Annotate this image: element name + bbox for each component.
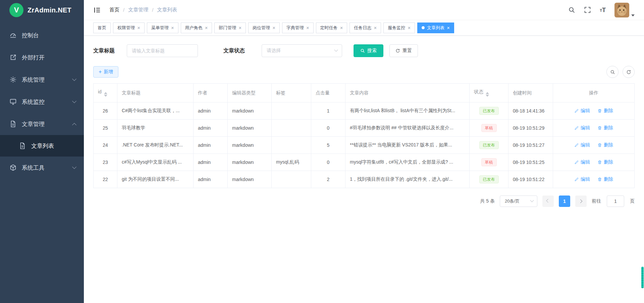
tab-post[interactable]: 岗位管理× — [248, 23, 280, 33]
scrollbar-thumb[interactable] — [641, 267, 644, 288]
fullscreen-icon[interactable] — [584, 6, 591, 13]
sidebar-item-system-monitor[interactable]: 系统监控 — [0, 91, 84, 113]
cell-created: 08-18 14:41:36 — [508, 102, 553, 120]
cell-content: 有两个list,listA 和listB， listA中有三个属性列为St... — [345, 102, 470, 120]
delete-icon — [597, 177, 602, 182]
edit-link[interactable]: 编辑 — [574, 142, 590, 148]
table-row[interactable]: 23 c#写入Mysql中文显示乱码 ... admin markdown my… — [94, 154, 635, 171]
sidebar-item-article-list[interactable]: 文章列表 — [0, 135, 84, 157]
delete-link[interactable]: 删除 — [597, 142, 613, 148]
pagination-total: 共 5 条 — [480, 198, 495, 204]
tab-close-icon[interactable]: × — [374, 25, 377, 30]
tab-permission[interactable]: 权限管理× — [113, 23, 145, 33]
tab-cron-task[interactable]: 定时任务× — [316, 23, 347, 33]
cell-editor: markdown — [228, 154, 272, 171]
chevron-down-icon — [72, 99, 76, 103]
logo[interactable]: V ZrAdmin.NET — [0, 0, 84, 20]
col-created: 创建时间 — [508, 84, 553, 102]
tab-menu-admin[interactable]: 菜单管理× — [147, 23, 178, 33]
tab-close-icon[interactable]: × — [171, 25, 174, 30]
tab-close-icon[interactable]: × — [238, 25, 241, 30]
sidebar-item-dashboard[interactable]: 控制台 — [0, 24, 84, 46]
tab-article-list[interactable]: 文章列表× — [417, 23, 454, 33]
table-row[interactable]: 25 羽毛球教学 admin markdown 0 #羽毛球拍参数说明 ## 中… — [94, 120, 635, 137]
tab-user-role[interactable]: 用户角色× — [181, 23, 212, 33]
sidebar: V ZrAdmin.NET 控制台 外部打开 系统管理 — [0, 0, 84, 303]
user-avatar[interactable] — [614, 3, 629, 17]
tab-close-icon[interactable]: × — [340, 25, 343, 30]
cell-status: 草稿 — [470, 120, 508, 137]
sidebar-collapse-icon[interactable] — [93, 6, 101, 14]
page-number-active[interactable]: 1 — [559, 196, 570, 207]
toolbox-icon — [9, 164, 17, 171]
sidebar-item-label: 文章管理 — [22, 120, 45, 128]
article-status-select[interactable]: 请选择 — [262, 44, 342, 57]
sidebar-menu: 控制台 外部打开 系统管理 系统监控 — [0, 20, 84, 179]
col-id[interactable]: id — [94, 84, 117, 102]
sidebar-item-system-tools[interactable]: 系统工具 — [0, 157, 84, 179]
cell-author: admin — [194, 171, 228, 188]
search-icon[interactable] — [568, 6, 575, 13]
pagination: 共 5 条 20条/页 1 前往 页 — [93, 196, 635, 207]
cell-title: 羽毛球教学 — [117, 120, 194, 137]
cell-content: #羽毛球拍参数说明 ## 中管软硬选择以及长度介... — [345, 120, 470, 137]
breadcrumb-item-home[interactable]: 首页 — [109, 7, 119, 13]
search-button[interactable]: 搜索 — [354, 44, 383, 57]
status-badge: 已发布 — [479, 141, 499, 149]
tab-close-icon[interactable]: × — [447, 25, 450, 30]
reset-button[interactable]: 重置 — [389, 44, 418, 57]
chevron-down-icon — [72, 77, 76, 81]
user-menu[interactable] — [614, 3, 635, 17]
col-author: 作者 — [194, 84, 228, 102]
chevron-down-icon — [530, 199, 534, 202]
chevron-down-icon — [72, 165, 76, 169]
tab-home[interactable]: 首页 — [93, 23, 111, 33]
tab-department[interactable]: 部门管理× — [214, 23, 246, 33]
goto-label: 前往 — [592, 198, 601, 204]
tabs-bar: 首页 权限管理× 菜单管理× 用户角色× 部门管理× 岗位管理× 字典管理× 定… — [84, 20, 644, 36]
cell-editor: markdown — [228, 102, 272, 120]
tab-service-monitor[interactable]: 服务监控× — [383, 23, 415, 33]
edit-link[interactable]: 编辑 — [574, 159, 590, 165]
sidebar-item-article-admin[interactable]: 文章管理 — [0, 113, 84, 135]
col-title: 文章标题 — [117, 84, 194, 102]
sidebar-item-label: 系统监控 — [22, 98, 45, 106]
next-page-button[interactable] — [575, 196, 587, 207]
delete-link[interactable]: 删除 — [597, 125, 613, 131]
page-size-select[interactable]: 20条/页 — [500, 196, 537, 207]
cell-created: 08-19 10:51:25 — [508, 154, 553, 171]
tab-close-icon[interactable]: × — [137, 25, 140, 30]
add-button[interactable]: + 新增 — [93, 66, 118, 78]
edit-link[interactable]: 编辑 — [574, 108, 590, 114]
table-row[interactable]: 22 git 为不同的项目设置不同... admin markdown 2 1，… — [94, 171, 635, 188]
tab-task-log[interactable]: 任务日志× — [350, 23, 381, 33]
toggle-search-button[interactable] — [606, 66, 619, 78]
cell-id: 22 — [94, 171, 117, 188]
delete-link[interactable]: 删除 — [597, 108, 613, 114]
table-row[interactable]: 26 C#两个list集合实现关联，... admin markdown 1 有… — [94, 102, 635, 120]
edit-link[interactable]: 编辑 — [574, 176, 590, 182]
delete-icon — [597, 143, 602, 147]
caret-down-icon[interactable] — [631, 14, 635, 16]
table-row[interactable]: 24 .NET Core 发布时提示.NET... admin markdown… — [94, 137, 635, 154]
tab-close-icon[interactable]: × — [272, 25, 275, 30]
font-size-icon[interactable]: TT — [600, 7, 606, 13]
breadcrumb-item-article-admin[interactable]: 文章管理 — [128, 7, 148, 13]
goto-page-input[interactable] — [607, 196, 624, 207]
edit-icon — [574, 143, 579, 147]
table-toolbar: + 新增 — [93, 66, 635, 78]
prev-page-button[interactable] — [542, 196, 554, 207]
tab-close-icon[interactable]: × — [205, 25, 208, 30]
sidebar-item-system-admin[interactable]: 系统管理 — [0, 69, 84, 91]
col-status[interactable]: 状态 — [470, 84, 508, 102]
delete-link[interactable]: 删除 — [597, 159, 613, 165]
active-tab-dot — [422, 26, 425, 29]
edit-link[interactable]: 编辑 — [574, 125, 590, 131]
sidebar-item-external-open[interactable]: 外部打开 — [0, 46, 84, 69]
tab-dict[interactable]: 字典管理× — [282, 23, 314, 33]
delete-link[interactable]: 删除 — [597, 176, 613, 182]
tab-close-icon[interactable]: × — [306, 25, 309, 30]
article-title-input[interactable] — [127, 44, 198, 57]
refresh-table-button[interactable] — [623, 66, 635, 78]
tab-close-icon[interactable]: × — [408, 25, 411, 30]
